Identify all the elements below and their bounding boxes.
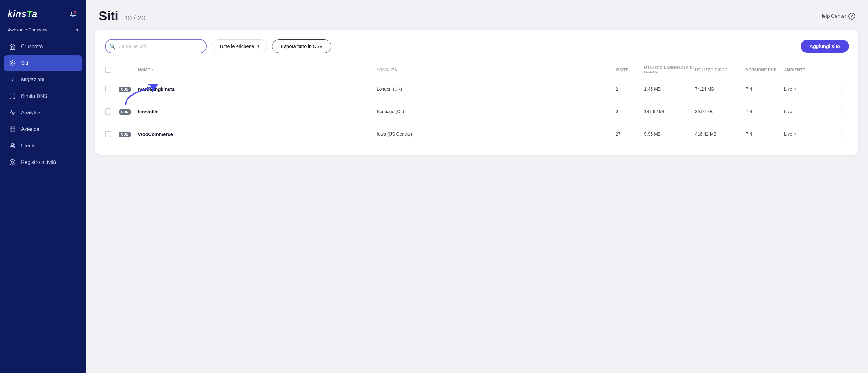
site-visits: 27 [616, 132, 644, 137]
row-checkbox[interactable] [105, 86, 111, 92]
sites-icon [9, 60, 16, 67]
site-disk: 39.97 kB [695, 109, 746, 114]
site-env-cell: Live ▾ [784, 87, 835, 92]
sidebar-item-label: Siti [21, 60, 28, 66]
svg-rect-2 [13, 127, 15, 129]
site-php: 7.4 [746, 87, 784, 92]
activity-log-icon [9, 159, 16, 166]
col-banda: UTILIZZO LARGHEZZA DI BANDA [644, 65, 695, 74]
site-locality: Santiago (CL) [377, 109, 616, 114]
sidebar: kinsTa Awesome Company ▾ Cruscotto Siti [0, 0, 86, 373]
search-icon: 🔍 [110, 43, 116, 49]
analytics-icon [9, 109, 16, 116]
search-input[interactable] [105, 39, 207, 54]
sidebar-item-utenti[interactable]: Utenti [4, 138, 82, 154]
sidebar-item-label: Azienda [21, 127, 39, 132]
tags-label: Tutte le etichette [219, 43, 254, 49]
env-chevron-icon[interactable]: ▾ [794, 132, 796, 136]
table-row: CDN kinstalife Santiago (CL) 0 147.62 kB… [105, 100, 849, 123]
chevron-down-icon: ▾ [257, 43, 260, 49]
svg-rect-4 [10, 130, 12, 132]
row-checkbox-cell [105, 86, 119, 92]
help-center-link[interactable]: Help Center ? [819, 13, 855, 20]
svg-point-6 [10, 160, 15, 165]
row-more-button[interactable]: ⋮ [835, 85, 849, 93]
page-title-area: Siti 19 / 20 [99, 9, 146, 23]
site-bandwidth: 147.62 kB [644, 109, 695, 114]
col-localita: LOCALITÀ [377, 68, 616, 72]
sidebar-item-label: Utenti [21, 143, 34, 149]
site-bandwidth: 1.46 MB [644, 87, 695, 92]
help-center-label: Help Center [819, 13, 846, 19]
home-icon [9, 43, 16, 50]
svg-rect-1 [10, 127, 12, 129]
sidebar-item-analytics[interactable]: Analytics [4, 105, 82, 121]
site-visits: 2 [616, 87, 644, 92]
site-name[interactable]: kinstalife [138, 109, 377, 114]
sidebar-item-label: Migrazioni [21, 77, 44, 82]
site-name[interactable]: WooCommerce [138, 132, 377, 137]
sidebar-header: kinsTa [0, 0, 86, 26]
svg-point-5 [11, 144, 14, 146]
sidebar-item-label: Cruscotto [21, 44, 42, 49]
search-wrapper: 🔍 [105, 39, 207, 54]
col-disco: UTILIZZO DISCO [695, 68, 746, 72]
site-env-cell: Live ▾ [784, 132, 835, 137]
svg-point-7 [11, 161, 14, 164]
page-title: Siti [99, 9, 118, 23]
sidebar-item-cruscotto[interactable]: Cruscotto [4, 39, 82, 55]
table-row: CDN WooCommerce Iowa (US Central) 27 9.9… [105, 123, 849, 145]
col-ambiente: AMBIENTE [784, 68, 835, 72]
cdn-badge-cell: CDN [119, 109, 138, 115]
logo: kinsTa [8, 9, 37, 19]
chevron-down-icon: ▾ [76, 28, 78, 32]
notification-bell[interactable] [68, 9, 78, 19]
company-icon [9, 126, 16, 133]
row-checkbox-cell [105, 131, 119, 137]
add-site-button[interactable]: Aggiungi sito [801, 40, 849, 53]
row-checkbox[interactable] [105, 131, 111, 137]
dns-icon [9, 93, 16, 100]
sidebar-item-label: Registro attività [21, 160, 56, 165]
cdn-badge: CDN [119, 87, 131, 92]
sidebar-item-label: Analytics [21, 110, 41, 116]
company-name: Awesome Company [8, 27, 74, 32]
company-selector[interactable]: Awesome Company ▾ [0, 26, 86, 39]
site-php: 7.4 [746, 132, 784, 137]
row-checkbox-cell [105, 108, 119, 115]
cdn-badge-cell: CDN [119, 131, 138, 137]
col-visite: VISITE [616, 68, 644, 72]
env-chevron-icon[interactable]: ▾ [794, 87, 796, 91]
row-more-button[interactable]: ⋮ [835, 107, 849, 116]
table-header: NOME ↑ LOCALITÀ VISITE UTILIZZO LARGHEZZ… [105, 62, 849, 78]
content-card: 🔍 Tutte le etichette ▾ Espora tutto in C… [95, 30, 859, 155]
notification-dot [74, 10, 77, 13]
sidebar-item-label: Kinsta DNS [21, 93, 48, 99]
top-bar: Siti 19 / 20 Help Center ? [86, 0, 868, 30]
export-csv-button[interactable]: Espora tutto in CSV [272, 39, 331, 53]
main-content: Siti 19 / 20 Help Center ? 🔍 Tutte le et… [86, 0, 868, 373]
sidebar-item-siti[interactable]: Siti [4, 55, 82, 71]
site-name[interactable]: marketingkinsta [138, 87, 377, 92]
row-checkbox[interactable] [105, 108, 111, 115]
sidebar-item-kinsta-dns[interactable]: Kinsta DNS [4, 88, 82, 104]
site-env: Live [784, 109, 792, 114]
sidebar-item-migrazioni[interactable]: Migrazioni [4, 72, 82, 88]
site-bandwidth: 9.96 MB [644, 132, 695, 137]
migrations-icon [9, 76, 16, 83]
col-nome: NOME ↑ [138, 68, 377, 72]
site-locality: Iowa (US Central) [377, 132, 616, 137]
table-row: CDN marketingkinsta London (UK) 2 1.46 M… [105, 78, 849, 100]
select-all-checkbox[interactable] [105, 67, 111, 73]
row-more-button[interactable]: ⋮ [835, 130, 849, 138]
sidebar-item-registro[interactable]: Registro attività [4, 155, 82, 170]
site-visits: 0 [616, 109, 644, 114]
col-php: VERSIONE PHP [746, 68, 784, 72]
site-env: Live [784, 132, 792, 137]
help-circle-icon: ? [848, 13, 855, 20]
users-icon [9, 142, 16, 149]
sidebar-item-azienda[interactable]: Azienda [4, 122, 82, 137]
site-disk: 74.24 MB [695, 87, 746, 92]
site-locality: London (UK) [377, 87, 616, 92]
tags-dropdown[interactable]: Tutte le etichette ▾ [212, 39, 267, 54]
